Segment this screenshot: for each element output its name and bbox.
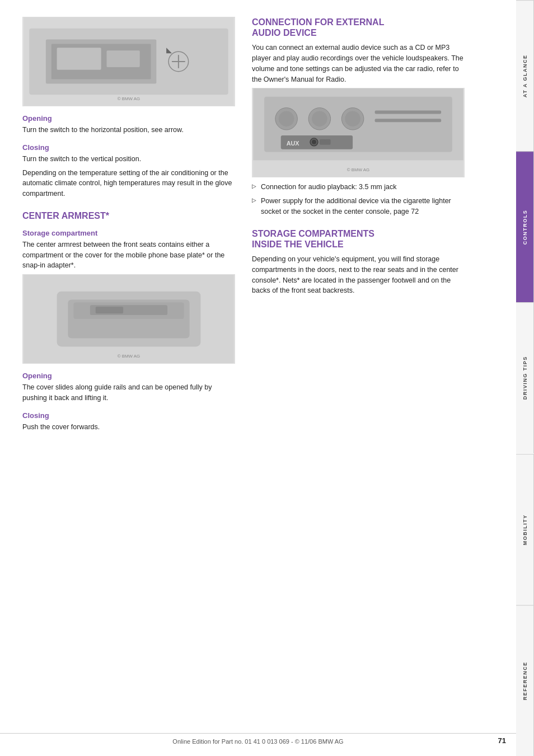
svg-rect-32: [375, 111, 442, 114]
closing-text-1: Turn the switch to the vertical position…: [22, 154, 235, 165]
svg-point-21: [279, 111, 294, 127]
content-columns: © BMW AG Opening Turn the switch to the …: [22, 17, 494, 435]
svg-rect-33: [375, 119, 442, 123]
svg-rect-4: [57, 48, 101, 70]
storage-compartments-text: Depending on your vehicle's equipment, y…: [252, 254, 465, 296]
svg-rect-5: [107, 50, 140, 67]
footer-text: Online Edition for Part no. 01 41 0 013 …: [172, 738, 343, 745]
storage-compartments-heading: STORAGE COMPARTMENTS INSIDE THE VEHICLE: [252, 228, 465, 250]
connection-bullet-list: Connection for audio playback: 3.5 mm ja…: [252, 182, 465, 217]
storage-compartment-heading: Storage compartment: [22, 229, 235, 237]
closing-text-2: Depending on the temperature setting of …: [22, 168, 235, 199]
main-content: © BMW AG Opening Turn the switch to the …: [0, 0, 516, 458]
right-column: CONNECTION FOR EXTERNAL AUDIO DEVICE You…: [252, 17, 465, 435]
page-number: 71: [498, 736, 506, 745]
tab-reference[interactable]: REFERENCE: [516, 605, 534, 756]
opening2-heading: Opening: [22, 372, 235, 380]
svg-text:© BMW AG: © BMW AG: [347, 168, 369, 173]
bullet-item-1: Connection for audio playback: 3.5 mm ja…: [252, 182, 465, 192]
closing-heading: Closing: [22, 143, 235, 152]
page-footer: Online Edition for Part no. 01 41 0 013 …: [0, 733, 516, 745]
svg-point-23: [312, 111, 327, 127]
tab-driving-tips[interactable]: DRIVING TIPS: [516, 302, 534, 453]
svg-point-25: [345, 111, 360, 127]
svg-text:AUX: AUX: [287, 140, 300, 147]
left-column: © BMW AG Opening Turn the switch to the …: [22, 17, 235, 435]
connection-intro: You can connect an external audio device…: [252, 43, 465, 84]
glove-compartment-image: © BMW AG: [22, 17, 235, 106]
center-armrest-image: © BMW AG: [22, 274, 235, 364]
svg-rect-15: [96, 307, 123, 313]
svg-rect-30: [320, 139, 331, 145]
connection-heading: CONNECTION FOR EXTERNAL AUDIO DEVICE: [252, 17, 465, 38]
storage-compartment-text: The center armrest between the front sea…: [22, 240, 235, 271]
svg-text:© BMW AG: © BMW AG: [118, 354, 140, 359]
center-armrest-heading: CENTER ARMREST*: [22, 210, 235, 221]
tab-controls[interactable]: CONTROLS: [516, 151, 534, 302]
aux-connection-image: AUX © BMW AG: [252, 88, 465, 177]
svg-point-29: [312, 140, 316, 144]
bullet-item-2: Power supply for the additional device v…: [252, 196, 465, 217]
opening-heading: Opening: [22, 114, 235, 123]
svg-text:© BMW AG: © BMW AG: [118, 96, 140, 101]
right-navigation-tabs: AT A GLANCE CONTROLS DRIVING TIPS MOBILI…: [516, 0, 534, 756]
closing2-heading: Closing: [22, 411, 235, 420]
tab-at-a-glance[interactable]: AT A GLANCE: [516, 0, 534, 151]
closing2-text: Push the cover forwards.: [22, 422, 235, 433]
tab-mobility[interactable]: MOBILITY: [516, 454, 534, 605]
opening2-text: The cover slides along guide rails and c…: [22, 382, 235, 403]
opening-text: Turn the switch to the horizontal positi…: [22, 125, 235, 135]
